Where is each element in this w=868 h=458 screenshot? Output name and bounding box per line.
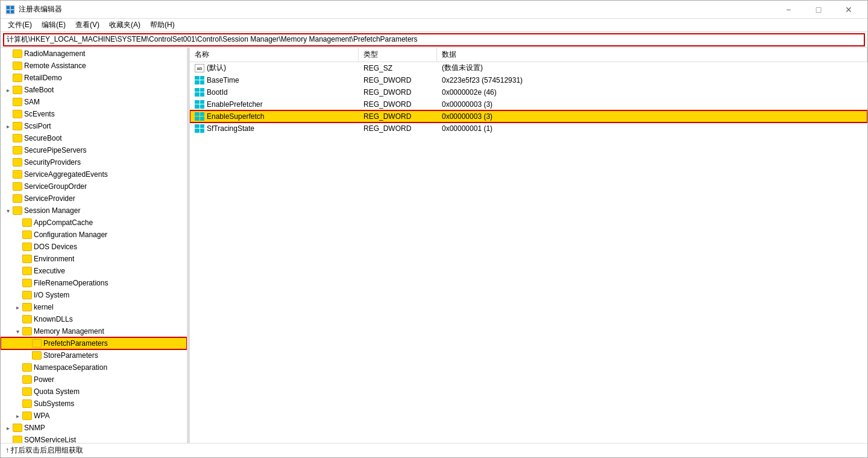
tree-expander[interactable]: ▸	[13, 411, 22, 421]
tree-expander[interactable]	[3, 182, 13, 191]
tree-expander[interactable]	[3, 435, 13, 443]
tree-expander[interactable]	[3, 133, 13, 143]
tree-expander[interactable]	[3, 194, 13, 203]
tree-item[interactable]: Configuration Manager	[1, 229, 187, 241]
folder-icon	[22, 267, 32, 275]
tree-item[interactable]: ▸SafeBoot	[1, 84, 187, 96]
column-name-header[interactable]: 名称	[190, 48, 359, 62]
folder-icon	[13, 182, 22, 191]
tree-item[interactable]: Remote Assistance	[1, 60, 187, 72]
row-name: SfTracingState	[207, 124, 254, 133]
tree-expander[interactable]	[13, 278, 22, 288]
tree-item-label: SafeBoot	[24, 86, 54, 94]
tree-item-label: kernel	[34, 303, 54, 311]
tree-expander[interactable]	[13, 314, 22, 324]
row-name-cell: BaseTime	[190, 76, 359, 84]
tree-item[interactable]: ServiceGroupOrder	[1, 180, 187, 192]
folder-icon	[22, 218, 32, 227]
tree-item[interactable]: I/O System	[1, 289, 187, 301]
menu-help[interactable]: 帮助(H)	[145, 19, 180, 31]
tree-expander[interactable]	[13, 266, 22, 276]
column-type-header[interactable]: 类型	[359, 48, 437, 62]
tree-item[interactable]: SQMServiceList	[1, 434, 187, 443]
tree-item[interactable]: Environment	[1, 253, 187, 265]
table-row[interactable]: SfTracingStateREG_DWORD0x00000001 (1)	[190, 122, 867, 135]
app-icon	[5, 5, 15, 14]
tree-expander[interactable]	[13, 399, 22, 409]
menu-file[interactable]: 文件(E)	[3, 19, 37, 31]
tree-item[interactable]: ServiceProvider	[1, 192, 187, 205]
tree-expander[interactable]	[3, 73, 13, 83]
tree-item[interactable]: ▸kernel	[1, 301, 187, 313]
menu-favorites[interactable]: 收藏夹(A)	[104, 19, 145, 31]
tree-expander[interactable]: ▾	[3, 206, 13, 215]
tree-item[interactable]: Executive	[1, 265, 187, 277]
tree-expander[interactable]	[13, 230, 22, 240]
tree-item[interactable]: RadioManagement	[1, 48, 187, 60]
tree-expander[interactable]	[13, 242, 22, 252]
tree-expander[interactable]: ▸	[13, 302, 22, 312]
tree-item[interactable]: PrefetchParameters	[1, 337, 187, 349]
tree-item[interactable]: SecureBoot	[1, 132, 187, 144]
tree-expander[interactable]: ▾	[13, 326, 22, 336]
tree-item[interactable]: SAM	[1, 96, 187, 108]
tree-expander[interactable]	[13, 387, 22, 396]
title-bar: 注册表编辑器 − □ ✕	[1, 1, 867, 19]
tree-item[interactable]: KnownDLLs	[1, 313, 187, 325]
tree-item[interactable]: StoreParameters	[1, 349, 187, 361]
tree-item[interactable]: SecurityProviders	[1, 156, 187, 168]
svg-rect-4	[11, 10, 14, 13]
tree-item[interactable]: ▸WPA	[1, 410, 187, 422]
tree-item[interactable]: ScEvents	[1, 108, 187, 120]
tree-item[interactable]: Quota System	[1, 386, 187, 398]
maximize-button[interactable]: □	[805, 1, 832, 19]
close-button[interactable]: ✕	[835, 1, 863, 19]
tree-expander[interactable]	[3, 97, 13, 107]
tree-item[interactable]: ▾Session Manager	[1, 205, 187, 217]
tree-expander[interactable]	[3, 170, 13, 179]
tree-item[interactable]: ServiceAggregatedEvents	[1, 168, 187, 180]
tree-expander[interactable]	[3, 109, 13, 119]
tree-expander[interactable]	[3, 145, 13, 155]
column-data-header[interactable]: 数据	[437, 48, 867, 62]
address-input[interactable]	[3, 33, 865, 46]
tree-item[interactable]: ▸ScsiPort	[1, 120, 187, 132]
table-row[interactable]: BaseTimeREG_DWORD0x223e5f23 (574512931)	[190, 74, 867, 86]
tree-expander[interactable]	[3, 61, 13, 71]
tree-expander[interactable]	[3, 49, 13, 59]
tree-item[interactable]: ▾Memory Management	[1, 325, 187, 337]
tree-expander[interactable]	[13, 375, 22, 384]
svg-rect-1	[7, 6, 10, 9]
tree-expander[interactable]: ▸	[3, 85, 13, 95]
tree-item[interactable]: RetailDemo	[1, 72, 187, 84]
tree-expander[interactable]	[22, 351, 32, 360]
tree-item[interactable]: ▸SNMP	[1, 422, 187, 434]
tree-expander[interactable]: ▸	[3, 121, 13, 131]
registry-table[interactable]: 名称 类型 数据 ab(默认)REG_SZ(数值未设置)BaseTimeREG_…	[190, 48, 867, 443]
tree-item[interactable]: AppCompatCache	[1, 217, 187, 229]
tree-item[interactable]: DOS Devices	[1, 241, 187, 253]
tree-expander[interactable]	[22, 339, 32, 348]
table-row[interactable]: BootIdREG_DWORD0x0000002e (46)	[190, 86, 867, 98]
tree-item-label: SecureBoot	[24, 134, 62, 142]
tree-expander[interactable]: ▸	[3, 423, 13, 433]
table-row[interactable]: ab(默认)REG_SZ(数值未设置)	[190, 62, 867, 74]
tree-expander[interactable]	[13, 363, 22, 372]
minimize-button[interactable]: −	[775, 1, 802, 19]
menu-view[interactable]: 查看(V)	[71, 19, 104, 31]
tree-panel[interactable]: RadioManagementRemote AssistanceRetailDe…	[1, 48, 187, 443]
menu-edit[interactable]: 编辑(E)	[37, 19, 71, 31]
tree-expander[interactable]	[13, 218, 22, 227]
tree-expander[interactable]	[3, 157, 13, 167]
tree-item[interactable]: NamespaceSeparation	[1, 361, 187, 374]
tree-item-label: RetailDemo	[24, 74, 62, 82]
table-row[interactable]: EnablePrefetcherREG_DWORD0x00000003 (3)	[190, 98, 867, 110]
tree-item[interactable]: Power	[1, 374, 187, 386]
tree-expander[interactable]	[13, 254, 22, 264]
tree-item[interactable]: SubSystems	[1, 398, 187, 410]
tree-expander[interactable]	[13, 290, 22, 300]
tree-item[interactable]: FileRenameOperations	[1, 277, 187, 289]
tree-item[interactable]: SecurePipeServers	[1, 144, 187, 156]
table-row[interactable]: EnableSuperfetchREG_DWORD0x00000003 (3)	[190, 110, 867, 122]
folder-icon	[13, 134, 22, 142]
